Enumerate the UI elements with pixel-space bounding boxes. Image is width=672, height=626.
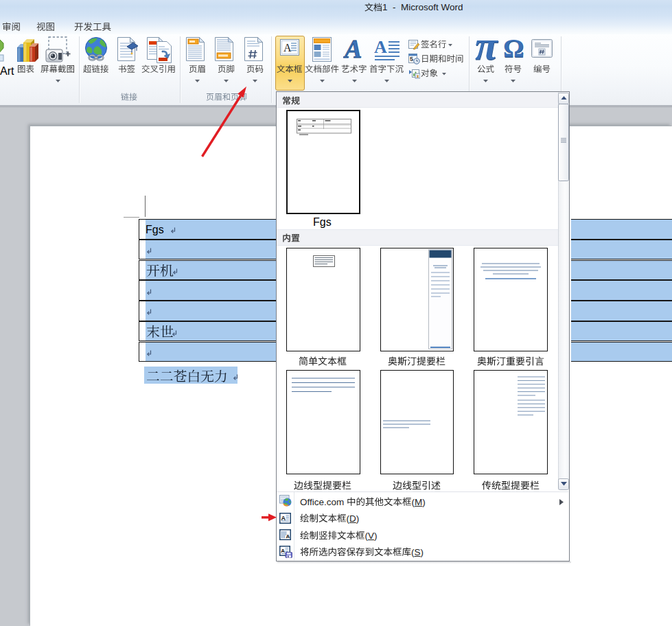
svg-text:A: A (281, 515, 286, 522)
svg-text:A: A (286, 533, 290, 540)
svg-text:5: 5 (410, 56, 413, 62)
svg-text:A: A (281, 548, 285, 554)
svg-text:A: A (374, 37, 387, 57)
svg-text:A: A (343, 36, 362, 62)
svg-text:A: A (283, 42, 292, 54)
